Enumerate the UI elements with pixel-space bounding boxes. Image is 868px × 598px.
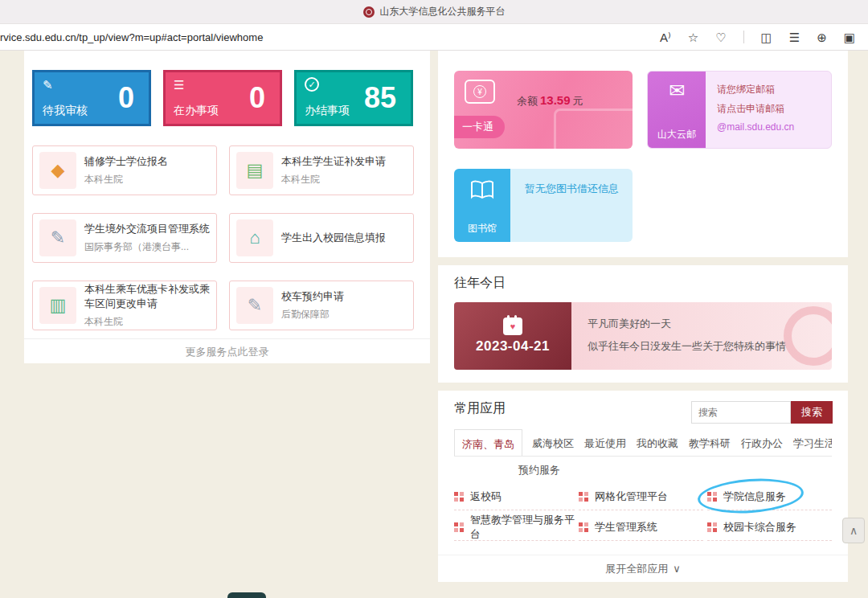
- app-label: 网格化管理平台: [595, 489, 668, 504]
- stat-value: 0: [249, 81, 265, 115]
- app-label: 智慧教学管理与服务平台: [470, 513, 575, 542]
- form-icon: ✎: [236, 287, 273, 324]
- tab-teaching-research[interactable]: 教学科研: [688, 429, 731, 456]
- list-icon: ☰: [174, 78, 184, 92]
- tab-study-life[interactable]: 学习生活: [792, 429, 832, 456]
- library-label: 图书馆: [468, 222, 497, 236]
- mail-domain: @mail.sdu.edu.cn: [717, 121, 794, 133]
- site-logo-icon: [363, 6, 375, 18]
- partially-visible-bottom-element: [227, 592, 266, 598]
- mail-bind-hint[interactable]: 请您绑定邮箱: [717, 83, 794, 96]
- mail-messages: 请您绑定邮箱 请点击申请邮箱 @mail.sdu.edu.cn: [717, 83, 794, 133]
- app-item-college-info-service[interactable]: 学院信息服务: [707, 483, 832, 510]
- check-circle-icon: ✓: [305, 77, 319, 92]
- add-favorite-icon[interactable]: ☆: [688, 31, 698, 43]
- envelope-icon: ✉: [669, 81, 685, 100]
- collections-icon[interactable]: ⊕: [817, 31, 827, 43]
- copilot-sidebar-icon[interactable]: ▣: [844, 31, 855, 43]
- yuan-icon: ¥: [473, 85, 486, 98]
- scroll-to-top-button[interactable]: ∧: [842, 518, 865, 543]
- app-label: 学院信息服务: [723, 489, 786, 504]
- cloud-mail-card[interactable]: ✉ 山大云邮 请您绑定邮箱 请点击申请邮箱 @mail.sdu.edu.cn: [647, 71, 832, 149]
- expand-label: 展开全部应用: [605, 562, 668, 576]
- graduation-cap-icon: ◆: [39, 152, 76, 189]
- mail-label: 山大云邮: [657, 128, 696, 141]
- stat-card-pending-review[interactable]: ✎ 待我审核 0: [32, 70, 151, 126]
- library-card[interactable]: 图书馆 暂无您图书借还信息: [454, 169, 633, 242]
- app-item-campus-card-service[interactable]: 校园卡综合服务: [707, 514, 832, 541]
- transit-card-icon: ▥: [39, 287, 76, 324]
- service-title: 校车预约申请: [281, 289, 344, 304]
- ecard-label: 一卡通: [454, 116, 505, 138]
- history-date-image: ♥ 2023-04-21: [454, 302, 571, 370]
- history-line2: 似乎往年今日没发生一些关于您特殊的事情: [588, 339, 786, 354]
- bank-card-icon: ¥: [465, 80, 495, 104]
- tab-jinan-qingdao[interactable]: 济南、青岛: [454, 429, 522, 456]
- stat-card-completed[interactable]: ✓ 办结事项 85: [294, 70, 413, 126]
- stat-label: 在办事项: [174, 104, 219, 118]
- toolbar-divider: [743, 31, 744, 43]
- id-card-icon: ▤: [236, 152, 273, 189]
- app-item-student-management[interactable]: 学生管理系统: [579, 514, 703, 541]
- apps-title: 常用应用: [454, 400, 506, 417]
- chevron-up-icon: ∧: [850, 524, 858, 537]
- service-card-student-id-reissue[interactable]: ▤ 本科生学生证补发申请 本科生院: [229, 145, 414, 195]
- history-date: 2023-04-21: [476, 338, 550, 354]
- app-grid-icon: [707, 522, 717, 532]
- service-title: 本科生乘车优惠卡补发或乘车区间更改申请: [84, 282, 210, 310]
- common-apps-panel: 常用应用 搜索 济南、青岛 威海校区 最近使用 我的收藏 教学科研 行政办公 学…: [438, 391, 848, 582]
- tab-weihai-campus[interactable]: 威海校区: [531, 429, 575, 456]
- app-search-button[interactable]: 搜索: [791, 401, 833, 424]
- browser-toolbar: A⁾ ☆ ♡ ◫ ☰ ⊕ ▣: [660, 31, 868, 43]
- read-aloud-icon[interactable]: A⁾: [660, 31, 671, 43]
- app-label: 校园卡综合服务: [723, 520, 796, 535]
- service-card-campus-entry-exit[interactable]: ⌂ 学生出入校园信息填报: [229, 213, 414, 263]
- todo-services-panel: ✎ 待我审核 0 ☰ 在办事项 0 ✓ 办结事项 85 ◆ 辅修学士学位报名 本…: [24, 51, 430, 363]
- service-dept: 本科生院: [84, 315, 210, 329]
- browser-tab[interactable]: 山东大学信息化公共服务平台: [363, 5, 506, 18]
- app-item-return-code[interactable]: 返校码: [454, 483, 575, 510]
- ecard-card[interactable]: ¥ 一卡通 余额13.59元: [454, 71, 633, 149]
- book-icon: [470, 180, 494, 199]
- app-category-tabs: 济南、青岛 威海校区 最近使用 我的收藏 教学科研 行政办公 学习生活: [454, 429, 832, 457]
- service-dept: 后勤保障部: [281, 308, 344, 322]
- service-card-transit-discount-card[interactable]: ▥ 本科生乘车优惠卡补发或乘车区间更改申请 本科生院: [32, 281, 217, 330]
- edit-icon: ✎: [43, 78, 53, 92]
- browser-url-bar[interactable]: rvice.sdu.edu.cn/tp_up/view?m=up#act=por…: [0, 24, 868, 51]
- browser-tab-bar: 山东大学信息化公共服务平台: [0, 0, 868, 24]
- tab-title: 山东大学信息化公共服务平台: [380, 5, 506, 18]
- service-dept: 国际事务部（港澳台事...: [84, 240, 210, 254]
- chevron-down-icon: ∨: [673, 563, 681, 575]
- clock-decoration: [784, 306, 832, 366]
- library-message: 暂无您图书借还信息: [525, 182, 619, 196]
- service-title: 学生境外交流项目管理系统: [84, 222, 210, 236]
- app-item-smart-teaching[interactable]: 智慧教学管理与服务平台: [454, 514, 575, 541]
- on-this-day-panel: 往年今日 ♥ 2023-04-21 平凡而美好的一天 似乎往年今日没发生一些关于…: [438, 265, 848, 383]
- split-screen-icon[interactable]: ◫: [761, 31, 772, 43]
- history-title: 往年今日: [454, 275, 506, 292]
- mail-apply-hint[interactable]: 请点击申请邮箱: [717, 102, 794, 116]
- service-card-minor-degree[interactable]: ◆ 辅修学士学位报名 本科生院: [32, 145, 217, 195]
- expand-all-apps[interactable]: 展开全部应用 ∨: [438, 555, 848, 582]
- browser-essentials-icon[interactable]: ♡: [715, 31, 726, 43]
- app-item-grid-management[interactable]: 网格化管理平台: [579, 483, 703, 510]
- more-services-link[interactable]: 更多服务点此登录: [24, 338, 430, 363]
- app-search-input[interactable]: [691, 401, 791, 424]
- stat-label: 待我审核: [43, 104, 88, 118]
- service-card-shuttle-reservation[interactable]: ✎ 校车预约申请 后勤保障部: [229, 281, 414, 330]
- balance-value: 13.59: [540, 93, 571, 107]
- url-text: rvice.sdu.edu.cn/tp_up/view?m=up#act=por…: [0, 31, 263, 43]
- tab-reservation-service[interactable]: 预约服务: [518, 463, 560, 477]
- tab-my-favorites[interactable]: 我的收藏: [636, 429, 679, 456]
- service-card-overseas-exchange[interactable]: ✎ 学生境外交流项目管理系统 国际事务部（港澳台事...: [32, 213, 217, 263]
- app-grid-icon: [707, 492, 717, 502]
- service-title: 学生出入校园信息填报: [281, 231, 386, 245]
- tab-administration[interactable]: 行政办公: [740, 429, 784, 456]
- app-label: 学生管理系统: [595, 520, 657, 535]
- favorites-icon[interactable]: ☰: [789, 31, 800, 43]
- tab-recently-used[interactable]: 最近使用: [583, 429, 627, 456]
- app-label: 返校码: [470, 489, 502, 504]
- document-icon: ✎: [39, 219, 76, 256]
- stat-value: 85: [364, 81, 396, 115]
- stat-card-in-progress[interactable]: ☰ 在办事项 0: [163, 70, 282, 126]
